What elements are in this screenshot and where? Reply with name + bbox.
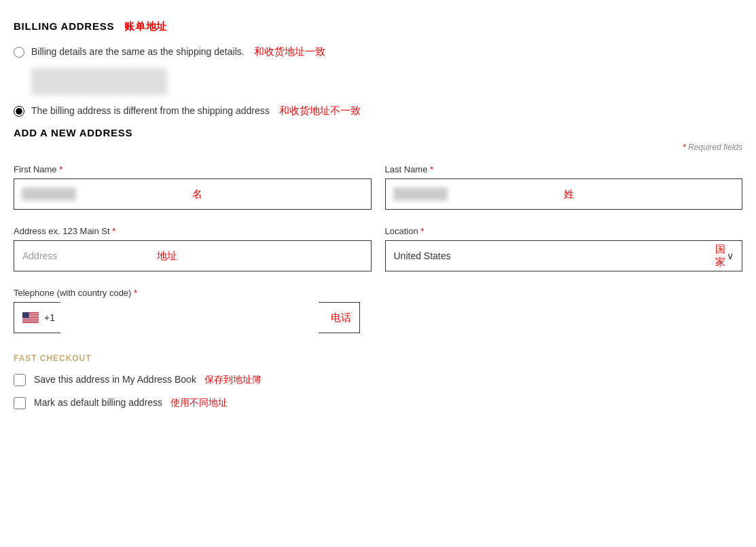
different-shipping-radio[interactable]	[14, 106, 24, 117]
svg-rect-8	[22, 319, 39, 320]
same-shipping-label[interactable]: Billing details are the same as the ship…	[31, 45, 325, 58]
first-name-blurred	[22, 187, 76, 201]
telephone-label-text: Telephone (with country code)	[14, 288, 131, 298]
location-req: *	[420, 226, 424, 236]
name-row: First Name * 名 Last Name * 姓	[14, 164, 742, 210]
telephone-input-wrapper: +1 电话	[14, 302, 360, 333]
different-shipping-annotation: 和收货地址不一致	[279, 105, 361, 116]
save-address-label[interactable]: Save this address in My Address Book 保存到…	[34, 374, 262, 386]
fast-checkout-label: FAST CHECKOUT	[14, 354, 742, 363]
last-name-input-wrapper: 姓	[385, 178, 743, 210]
save-address-annotation: 保存到地址簿	[204, 374, 262, 385]
telephone-group: Telephone (with country code) *	[14, 288, 360, 333]
svg-rect-13	[22, 312, 29, 318]
first-name-group: First Name * 名	[14, 164, 372, 210]
option-different-shipping: The billing address is different from th…	[14, 105, 742, 117]
address-input[interactable]	[14, 240, 372, 271]
same-shipping-radio[interactable]	[14, 47, 24, 58]
required-asterisk: *	[683, 143, 688, 152]
billing-title-text: BILLING ADDRESS	[14, 20, 114, 32]
same-shipping-text: Billing details are the same as the ship…	[31, 46, 245, 57]
address-group: Address ex. 123 Main St * 地址	[14, 226, 372, 271]
fast-checkout-section: FAST CHECKOUT Save this address in My Ad…	[14, 354, 742, 409]
svg-rect-7	[22, 318, 39, 319]
last-name-group: Last Name * 姓	[385, 164, 743, 210]
different-shipping-text: The billing address is different from th…	[31, 105, 270, 116]
last-name-label: Last Name *	[385, 164, 743, 174]
address-location-row: Address ex. 123 Main St * 地址 Location * …	[14, 226, 742, 271]
us-flag-icon	[22, 312, 39, 323]
telephone-label: Telephone (with country code) *	[14, 288, 360, 298]
svg-rect-11	[22, 322, 39, 322]
svg-rect-9	[22, 320, 39, 320]
save-address-checkbox[interactable]	[14, 374, 26, 386]
billing-address-section: BILLING ADDRESS 账单地址 Billing details are…	[14, 20, 742, 409]
svg-rect-12	[22, 322, 39, 323]
address-input-wrapper: 地址	[14, 240, 372, 271]
different-shipping-label[interactable]: The billing address is different from th…	[31, 105, 361, 117]
address-label-text: Address ex. 123 Main St	[14, 226, 110, 236]
default-billing-checkbox[interactable]	[14, 397, 26, 409]
blurred-address-preview	[31, 68, 167, 95]
required-fields-note: * Required fields	[14, 143, 742, 152]
same-shipping-annotation: 和收货地址一致	[254, 45, 325, 57]
address-label: Address ex. 123 Main St *	[14, 226, 372, 236]
last-name-req: *	[430, 164, 433, 174]
save-address-label-text: Save this address in My Address Book	[34, 374, 196, 385]
first-name-req: *	[59, 164, 62, 174]
telephone-req: *	[134, 288, 137, 298]
last-name-label-text: Last Name	[385, 164, 428, 174]
last-name-blurred	[393, 187, 448, 201]
location-select[interactable]: United States Canada United Kingdom	[394, 250, 702, 261]
first-name-label: First Name *	[14, 164, 372, 174]
save-address-option: Save this address in My Address Book 保存到…	[14, 374, 742, 386]
telephone-annotation: 电话	[331, 312, 351, 324]
default-billing-annotation: 使用不同地址	[170, 397, 228, 408]
svg-rect-10	[22, 320, 39, 321]
location-group: Location * United States Canada United K…	[385, 226, 743, 271]
option-same-shipping: Billing details are the same as the ship…	[14, 45, 742, 58]
billing-title-annotation: 账单地址	[124, 20, 167, 32]
default-billing-label[interactable]: Mark as default billing address 使用不同地址	[34, 397, 228, 409]
add-new-address-title: ADD A NEW ADDRESS	[14, 127, 742, 138]
phone-prefix: +1	[44, 312, 55, 323]
first-name-input-wrapper: 名	[14, 178, 372, 210]
first-name-label-text: First Name	[14, 164, 57, 174]
required-fields-text: Required fields	[688, 143, 742, 152]
location-label: Location *	[385, 226, 743, 236]
billing-address-title: BILLING ADDRESS 账单地址	[14, 20, 742, 33]
telephone-input[interactable]	[60, 302, 319, 333]
location-annotation: 国家	[715, 243, 734, 269]
default-billing-label-text: Mark as default billing address	[34, 397, 162, 408]
location-label-text: Location	[385, 226, 418, 236]
address-req: *	[112, 226, 115, 236]
location-select-wrapper[interactable]: United States Canada United Kingdom 国家 ∨	[385, 240, 743, 271]
default-billing-option: Mark as default billing address 使用不同地址	[14, 397, 742, 409]
telephone-row: Telephone (with country code) *	[14, 288, 360, 333]
